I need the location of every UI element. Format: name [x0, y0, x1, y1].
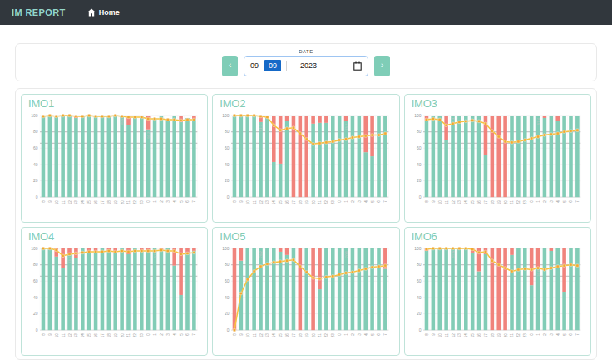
svg-text:15: 15 [279, 333, 284, 338]
svg-text:40: 40 [417, 162, 422, 167]
svg-text:18: 18 [107, 333, 111, 338]
svg-text:10: 10 [55, 333, 59, 338]
svg-text:15: 15 [279, 200, 284, 205]
svg-text:14: 14 [81, 200, 85, 205]
svg-text:14: 14 [273, 200, 277, 205]
svg-text:10: 10 [246, 333, 250, 338]
svg-text:93.1: 93.1 [67, 256, 72, 263]
calendar-icon[interactable] [353, 61, 362, 71]
svg-text:19: 19 [114, 200, 118, 205]
svg-text:1: 1 [536, 200, 540, 203]
svg-text:7: 7 [575, 333, 580, 336]
svg-text:15: 15 [471, 333, 475, 338]
date-month-segment[interactable]: 09 [264, 60, 281, 71]
svg-text:19: 19 [305, 200, 309, 205]
chart-panel-imo6: IMO6 02040608010089101112131415161718192… [404, 227, 591, 356]
svg-text:96.2: 96.2 [146, 131, 151, 139]
svg-text:8: 8 [425, 200, 429, 203]
svg-text:1: 1 [536, 333, 540, 336]
svg-text:22: 22 [325, 200, 329, 205]
svg-text:8: 8 [233, 333, 237, 336]
chart-imo2: 0204060801008910111213141516171819202122… [220, 111, 392, 219]
svg-text:100: 100 [31, 246, 38, 251]
svg-text:18: 18 [299, 200, 303, 205]
svg-text:100: 100 [223, 113, 230, 118]
svg-text:0: 0 [530, 200, 534, 203]
svg-text:21: 21 [127, 200, 131, 205]
svg-text:100: 100 [414, 246, 422, 251]
svg-text:12: 12 [68, 200, 72, 205]
svg-text:7: 7 [384, 333, 388, 336]
svg-text:9: 9 [239, 333, 244, 336]
svg-text:0: 0 [36, 327, 38, 332]
svg-text:12: 12 [451, 200, 455, 205]
svg-text:10: 10 [246, 200, 250, 205]
svg-text:11: 11 [253, 333, 257, 337]
date-year-segment[interactable]: 2023 [300, 61, 317, 70]
svg-text:13: 13 [457, 333, 461, 338]
svg-text:3: 3 [549, 333, 553, 336]
svg-text:21: 21 [510, 200, 514, 205]
svg-text:22: 22 [516, 200, 521, 205]
svg-text:20: 20 [503, 333, 507, 338]
svg-text:16: 16 [94, 333, 98, 338]
svg-text:21: 21 [318, 200, 323, 205]
svg-text:17: 17 [484, 333, 488, 338]
svg-text:17: 17 [484, 200, 488, 205]
svg-text:11: 11 [253, 200, 257, 204]
svg-text:22: 22 [516, 333, 521, 338]
date-label: DATE [299, 49, 313, 54]
svg-text:8: 8 [42, 200, 46, 203]
svg-text:23: 23 [332, 333, 336, 338]
svg-text:100: 100 [31, 113, 38, 118]
svg-text:20: 20 [417, 311, 422, 316]
svg-text:21: 21 [127, 333, 131, 338]
date-input[interactable]: 09 09 2023 [244, 56, 368, 76]
svg-text:0: 0 [146, 333, 151, 336]
svg-text:20: 20 [225, 178, 230, 183]
svg-text:80: 80 [417, 262, 422, 267]
svg-text:4: 4 [364, 333, 368, 336]
svg-text:3: 3 [166, 200, 170, 203]
home-link[interactable]: Home [87, 8, 120, 17]
chart-title: IMO6 [412, 229, 584, 243]
svg-text:20: 20 [121, 200, 125, 205]
svg-text:91.7: 91.7 [259, 124, 263, 131]
date-day-segment[interactable]: 09 [250, 61, 259, 70]
svg-text:15: 15 [87, 200, 91, 205]
svg-text:14: 14 [81, 333, 85, 338]
svg-text:11: 11 [62, 200, 66, 204]
svg-text:16: 16 [285, 200, 289, 205]
svg-text:5: 5 [371, 333, 375, 336]
svg-text:0: 0 [418, 327, 421, 332]
svg-text:4: 4 [555, 333, 560, 336]
svg-text:1: 1 [153, 333, 157, 336]
svg-text:6: 6 [378, 200, 382, 203]
svg-text:15: 15 [87, 333, 91, 338]
svg-text:60: 60 [417, 145, 422, 150]
chart-imo5: 0204060801008910111213141516171819202122… [220, 243, 392, 352]
charts-card: IMO1 02040608010089101112131415161718192… [15, 88, 597, 360]
svg-text:5: 5 [180, 333, 184, 336]
next-month-button[interactable]: › [374, 56, 390, 76]
svg-text:98.6: 98.6 [120, 118, 124, 125]
svg-text:3: 3 [549, 200, 553, 203]
svg-text:21: 21 [318, 333, 323, 338]
svg-text:10: 10 [437, 333, 442, 338]
svg-text:12: 12 [451, 333, 455, 338]
svg-text:3: 3 [358, 200, 362, 203]
svg-text:17: 17 [292, 200, 296, 205]
brand-title[interactable]: IM REPORT [12, 7, 66, 17]
svg-text:97.4: 97.4 [536, 117, 540, 125]
svg-text:23: 23 [140, 333, 144, 338]
chevron-left-icon: ‹ [229, 61, 232, 70]
prev-month-button[interactable]: ‹ [222, 56, 238, 76]
svg-text:1: 1 [344, 333, 348, 336]
svg-text:14: 14 [464, 200, 468, 205]
svg-text:5: 5 [562, 333, 566, 336]
svg-text:80: 80 [417, 129, 422, 134]
svg-text:16: 16 [477, 200, 481, 205]
svg-text:40: 40 [33, 295, 38, 300]
svg-text:0: 0 [530, 333, 534, 336]
svg-text:22: 22 [133, 333, 137, 338]
